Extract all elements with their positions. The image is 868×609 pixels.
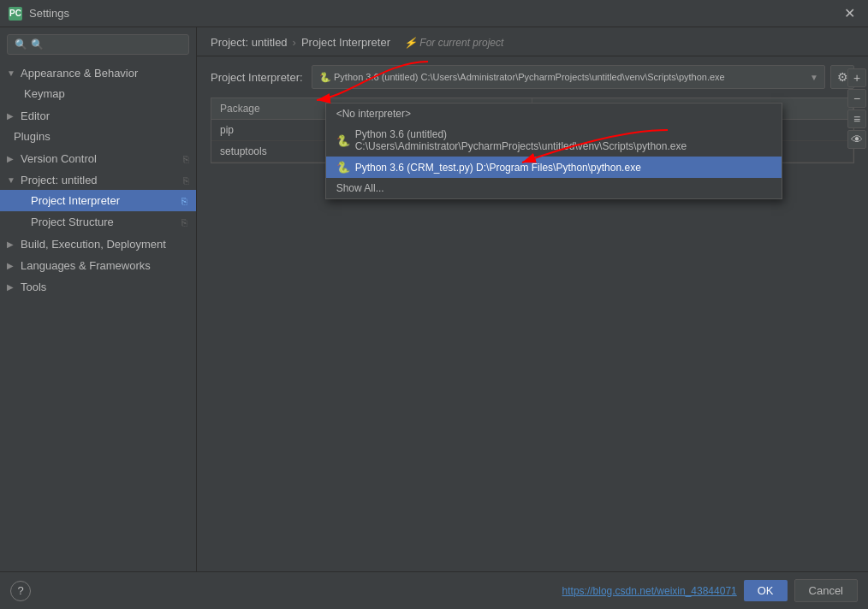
sidebar-item-editor[interactable]: Editor [0, 104, 196, 126]
sidebar-item-project-structure[interactable]: Project Structure ⎘ [0, 211, 196, 233]
breadcrumb-parent: Project: untitled [211, 36, 288, 49]
interpreter-row: Project Interpreter: 🐍 Python 3.6 (untit… [197, 56, 868, 98]
sidebar-item-label: Project: untitled [21, 174, 98, 186]
sidebar-item-project-interpreter[interactable]: Project Interpreter ⎘ [0, 190, 196, 211]
eye-button[interactable]: 👁 [847, 130, 866, 149]
dropdown-item-label: Python 3.6 (CRM_test.py) D:\Program File… [355, 162, 641, 174]
dropdown-item-label: <No interpreter> [336, 108, 411, 120]
sidebar-item-languages[interactable]: Languages & Frameworks [0, 254, 196, 275]
breadcrumb-current: Project Interpreter [301, 36, 390, 49]
sidebar-item-label: Plugins [14, 130, 51, 143]
dropdown-item-python36-untitled[interactable]: 🐍 Python 3.6 (untitled) C:\Users\Adminis… [326, 124, 782, 157]
sidebar-item-label: Build, Execution, Deployment [21, 238, 166, 251]
sidebar-item-label: Appearance & Behavior [21, 67, 138, 80]
bottom-bar: ? https://blog.csdn.net/weixin_43844071 … [0, 571, 868, 609]
interpreter-dropdown: <No interpreter> 🐍 Python 3.6 (untitled)… [325, 103, 782, 199]
sidebar-item-label: Version Control [21, 152, 97, 165]
content-area: Project: untitled › Project Interpreter … [197, 27, 868, 571]
interpreter-select[interactable]: 🐍 Python 3.6 (untitled) C:\Users\Adminis… [312, 65, 825, 89]
scroll-button[interactable]: ≡ [847, 109, 866, 128]
interpreter-label: Project Interpreter: [211, 71, 303, 84]
sidebar-item-version-control[interactable]: Version Control ⎘ [0, 147, 196, 169]
titlebar: PC Settings ✕ [0, 0, 868, 27]
window-title: Settings [29, 7, 69, 20]
chevron-icon [7, 154, 17, 164]
dropdown-item-python36-crm[interactable]: 🐍 Python 3.6 (CRM_test.py) D:\Program Fi… [326, 157, 782, 178]
chevron-icon [7, 68, 17, 79]
python-icon: 🐍 [319, 72, 331, 83]
sidebar-item-keymap[interactable]: Keymap [0, 83, 196, 104]
ok-button[interactable]: OK [744, 580, 788, 601]
for-current-project: ⚡ For current project [404, 37, 503, 49]
bottom-right: https://blog.csdn.net/weixin_43844071 OK… [562, 579, 858, 602]
python-icon: 🐍 [336, 161, 350, 174]
add-package-button[interactable]: + [847, 68, 866, 87]
sidebar-item-plugins[interactable]: Plugins [0, 126, 196, 147]
interpreter-select-wrapper: 🐍 Python 3.6 (untitled) C:\Users\Adminis… [312, 65, 825, 89]
main-layout: 🔍 Appearance & Behavior Keymap Editor Pl… [0, 27, 868, 571]
chevron-icon [7, 239, 17, 250]
close-button[interactable]: ✕ [839, 3, 859, 24]
selected-interpreter-text: Python 3.6 (untitled) C:\Users\Administr… [334, 72, 725, 82]
cancel-button[interactable]: Cancel [794, 579, 858, 602]
remove-package-button[interactable]: − [847, 89, 866, 108]
breadcrumb-separator: › [293, 36, 296, 49]
sidebar-item-label: Languages & Frameworks [21, 259, 151, 272]
sidebar-item-build[interactable]: Build, Execution, Deployment [0, 233, 196, 254]
sidebar-item-appearance[interactable]: Appearance & Behavior [0, 62, 196, 83]
copy-icon: ⎘ [181, 217, 187, 228]
sidebar-item-label: Project Interpreter [31, 194, 120, 207]
chevron-icon [7, 175, 17, 186]
app-icon: PC [9, 7, 22, 21]
vcs-icon: ⎘ [183, 154, 189, 164]
help-button[interactable]: ? [10, 581, 31, 601]
breadcrumb: Project: untitled › Project Interpreter … [197, 27, 868, 56]
help-icon: ? [17, 584, 23, 597]
sidebar-item-label: Tools [21, 281, 46, 293]
dropdown-item-show-all[interactable]: Show All... [326, 178, 782, 198]
sidebar-item-label: Project Structure [31, 216, 114, 228]
dropdown-item-no-interpreter[interactable]: <No interpreter> [326, 103, 782, 124]
chevron-icon [7, 282, 17, 293]
search-box[interactable]: 🔍 [7, 34, 189, 55]
sidebar: 🔍 Appearance & Behavior Keymap Editor Pl… [0, 27, 197, 571]
chevron-icon [7, 261, 17, 271]
dropdown-item-label: Python 3.6 (untitled) C:\Users\Administr… [355, 128, 771, 152]
search-icon: 🔍 [15, 38, 27, 50]
copy-icon: ⎘ [181, 196, 187, 206]
url-link[interactable]: https://blog.csdn.net/weixin_43844071 [562, 585, 737, 597]
search-input[interactable] [31, 38, 181, 50]
sidebar-item-project-untitled[interactable]: Project: untitled ⎘ [0, 169, 196, 190]
python-icon: 🐍 [336, 134, 350, 147]
sidebar-item-label: Keymap [24, 87, 65, 100]
chevron-icon [7, 111, 17, 121]
sidebar-item-tools[interactable]: Tools [0, 275, 196, 297]
sidebar-item-label: Editor [21, 109, 50, 122]
project-icon: ⎘ [183, 175, 189, 186]
right-action-buttons: + − ≡ 👁 [844, 65, 868, 152]
dropdown-item-label: Show All... [336, 182, 384, 194]
